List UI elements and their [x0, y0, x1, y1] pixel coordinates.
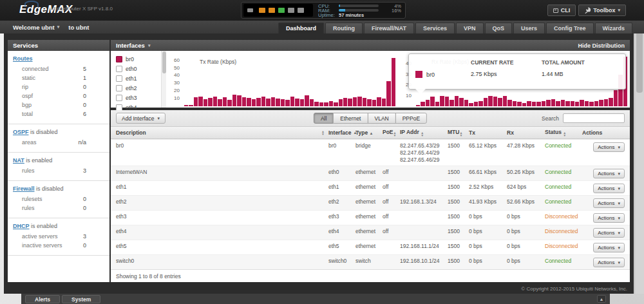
wrench-icon [584, 7, 591, 14]
tooltip-total-amount-label: TOTAL AMOUNT [542, 59, 619, 66]
checkbox-icon[interactable] [116, 104, 122, 111]
services-title: Services [13, 42, 38, 49]
col-poe[interactable]: PoE▲▼ [383, 129, 400, 137]
sort-icon[interactable]: ▲▼ [321, 130, 325, 135]
tab-dashboard[interactable]: Dashboard [278, 23, 324, 33]
status-text: Connected [545, 258, 582, 264]
status-text: Connected [545, 198, 582, 205]
filter-pppoe-button[interactable]: PPPoE [395, 113, 427, 124]
interfaces-panel-header: Interfaces ▾ Hide Distribution [111, 40, 630, 51]
chevron-down-icon: ▾ [57, 24, 60, 30]
interfaces-title[interactable]: Interfaces [116, 42, 145, 49]
interfaces-panel: Interfaces ▾ Hide Distribution br0 eth0 … [111, 40, 630, 282]
col-ip-addr[interactable]: IP Addr ▲▼ [400, 129, 448, 137]
chevron-down-icon: ▾ [618, 260, 620, 265]
tab-firewall-nat[interactable]: Firewall/NAT [364, 23, 414, 33]
tab-vpn[interactable]: VPN [456, 23, 484, 33]
tab-routing[interactable]: Routing [325, 23, 363, 33]
actions-button[interactable]: Actions ▾ [593, 169, 625, 178]
col-tx: Tx [469, 129, 507, 136]
sort-icon[interactable]: ▲▼ [421, 131, 424, 137]
legend-item-eth3[interactable]: eth3 [116, 93, 161, 102]
sort-icon[interactable]: ▲▼ [393, 131, 397, 137]
content-area: Services Routes connected5 static1 rip0 … [4, 33, 634, 294]
actions-button[interactable]: Actions ▾ [593, 258, 625, 267]
checkbox-checked-icon[interactable] [116, 56, 122, 62]
actions-button[interactable]: Actions ▾ [593, 198, 625, 208]
col-status[interactable]: Status ▲▼ [545, 129, 582, 137]
table-row: switch0 switch0 switch 192.168.10.1/24 1… [111, 254, 630, 269]
checkbox-icon[interactable] [116, 66, 122, 72]
actions-button[interactable]: Actions ▾ [593, 142, 625, 152]
sort-icon[interactable]: ▲▼ [459, 131, 462, 137]
system-tab[interactable]: System [62, 295, 100, 303]
actions-button[interactable]: Actions ▾ [593, 213, 625, 223]
checkbox-icon[interactable] [116, 95, 122, 101]
routes-link[interactable]: Routes [13, 55, 33, 62]
dhcp-link[interactable]: DHCP [13, 223, 30, 229]
tab-wizards[interactable]: Wizards [595, 23, 632, 33]
tab-services[interactable]: Services [415, 23, 455, 33]
type-filter-group: All Ethernet VLAN PPPoE [314, 113, 427, 124]
add-interface-button[interactable]: Add Interface ▾ [116, 113, 166, 124]
tooltip-current-rate-value: 2.75 Kbps [471, 71, 542, 78]
chevron-down-icon[interactable]: ▾ [148, 43, 151, 48]
status-text: Connected [545, 169, 582, 175]
dhcp-section: DHCP is enabled active servers3 inactive… [8, 218, 109, 256]
legend-item-eth1[interactable]: eth1 [116, 73, 161, 83]
ospf-link[interactable]: OSPF [13, 129, 29, 135]
legend-item-br0[interactable]: br0 [116, 54, 161, 64]
filter-all-button[interactable]: All [314, 113, 334, 124]
nat-link[interactable]: NAT [13, 157, 24, 164]
legend-item-eth0[interactable]: eth0 [116, 64, 161, 73]
filter-ethernet-button[interactable]: Ethernet [333, 113, 368, 124]
status-text: Disconnected [545, 228, 582, 234]
table-row: eth1 eth1 ethernet off 1500 2.52 Kbps 62… [111, 180, 630, 195]
checkbox-icon[interactable] [116, 85, 122, 91]
col-mtu[interactable]: MTU▲▼ [448, 129, 469, 137]
actions-button[interactable]: Actions ▾ [593, 228, 625, 238]
col-interface[interactable]: Interface▲ [328, 129, 355, 136]
chevron-down-icon: ▾ [618, 171, 620, 176]
product-version: EdgeRouter X SFP v1.8.0 [53, 6, 113, 12]
cli-button[interactable]: CLI [547, 5, 576, 16]
tab-qos[interactable]: QoS [485, 23, 513, 33]
table-toolbar: Add Interface ▾ All Ethernet VLAN PPPoE … [111, 110, 630, 127]
legend-item-eth2[interactable]: eth2 [116, 83, 161, 93]
collapse-up-button[interactable]: ▲ [597, 295, 606, 303]
console-port-icon [247, 8, 253, 12]
stat-row: active servers3 [13, 232, 104, 241]
hide-distribution-link[interactable]: Hide Distribution [578, 43, 625, 49]
firewall-link[interactable]: Firewall [13, 185, 35, 192]
legend-scrollbar[interactable] [161, 51, 166, 108]
ospf-section: OSPF is disabled areasn/a [8, 124, 109, 153]
rx-rate-chart: 40302010 Rx Rate (Kbps) CURRENT RATE TOT… [398, 51, 630, 108]
tx-chart-y-axis: 605040302010 [166, 53, 182, 106]
table-row: eth2 eth2 ethernet off 192.168.1.3/24 15… [111, 195, 630, 210]
uptime-label: Uptime: [318, 12, 339, 18]
chart-tooltip: CURRENT RATE TOTAL AMOUNT br0 2.75 Kbps … [408, 53, 626, 90]
search-input[interactable] [563, 113, 625, 123]
checkbox-icon[interactable] [116, 75, 122, 82]
tab-config-tree[interactable]: Config Tree [546, 23, 594, 33]
firewall-section: Firewall is disabled rulesets0 rules0 [8, 181, 109, 218]
stat-row: inactive servers0 [13, 241, 104, 250]
col-type[interactable]: Type ▲ [355, 129, 383, 136]
chevron-down-icon: ▾ [618, 245, 620, 251]
interfaces-table: br0 br0 bridge 82.247.65.43/2982.247.65.… [111, 139, 630, 269]
bottom-bar: Alerts System ▲ [21, 294, 610, 304]
toolbox-button[interactable]: Toolbox ▾ [578, 5, 626, 16]
actions-button[interactable]: Actions ▾ [593, 184, 625, 193]
user-menu[interactable]: Welcome ubnt ▾ [13, 24, 59, 31]
filter-vlan-button[interactable]: VLAN [367, 113, 395, 124]
col-description[interactable]: Description▲▼ [116, 129, 328, 136]
tab-users[interactable]: Users [513, 23, 545, 33]
sort-icon[interactable]: ▲▼ [563, 131, 566, 137]
table-row: br0 br0 bridge 82.247.65.43/2982.247.65.… [111, 139, 630, 166]
chevron-down-icon: ▾ [618, 186, 620, 191]
alerts-tab[interactable]: Alerts [25, 295, 60, 303]
interface-legend: br0 eth0 eth1 eth2 eth3 eth4 [111, 51, 161, 108]
actions-button[interactable]: Actions ▾ [593, 243, 625, 252]
page-scrollbar[interactable] [634, 21, 644, 294]
terminal-icon [553, 8, 558, 13]
